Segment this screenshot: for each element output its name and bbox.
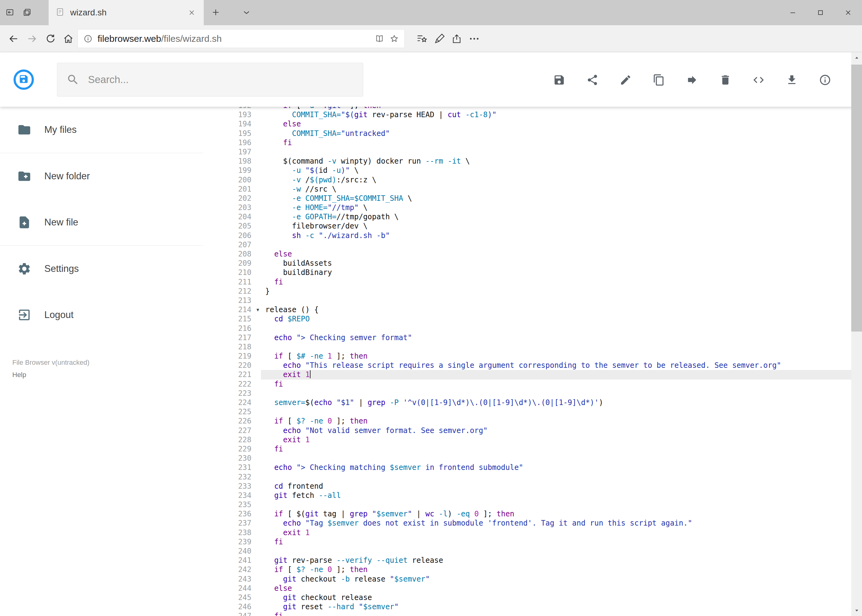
code-line[interactable]: 204 -e GOPATH=//tmp/gopath \ <box>203 212 851 222</box>
code-line[interactable]: 200 -v /$(pwd):/src:z \ <box>203 175 851 184</box>
tabs-preview-button[interactable] <box>20 5 35 20</box>
code-line[interactable]: 216 <box>203 324 851 333</box>
code-editor[interactable]: 192 if [ -d ".git" ]; then193 COMMIT_SHA… <box>203 107 851 616</box>
refresh-button[interactable] <box>44 32 57 46</box>
more-button[interactable] <box>467 32 481 46</box>
move-button[interactable] <box>686 74 698 86</box>
info-button[interactable] <box>819 74 831 86</box>
code-line[interactable]: 231 echo "> Checking matching $semver in… <box>203 463 851 472</box>
code-line[interactable]: 240 <box>203 547 851 556</box>
code-line[interactable]: 192 if [ -d ".git" ]; then <box>203 107 851 110</box>
code-line[interactable]: 203 -e HOME="//tmp" \ <box>203 203 851 212</box>
app-logo[interactable] <box>14 69 34 90</box>
browser-share-button[interactable] <box>450 32 464 46</box>
code-line[interactable]: 239 fi <box>203 537 851 547</box>
search-input[interactable] <box>88 74 354 85</box>
reading-view-icon[interactable] <box>374 33 385 44</box>
code-line[interactable]: 233 cd frontend <box>203 482 851 491</box>
page-info-icon[interactable] <box>83 33 93 44</box>
code-line[interactable]: 205 filebrowser/dev \ <box>203 222 851 231</box>
scroll-down-button[interactable] <box>851 605 862 616</box>
code-line[interactable]: 229 fi <box>203 445 851 454</box>
code-line[interactable]: 246 git reset --hard "$semver" <box>203 602 851 611</box>
code-line[interactable]: 217 echo "> Checking semver format" <box>203 333 851 342</box>
code-line[interactable]: 198 $(command -v winpty) docker run --rm… <box>203 157 851 166</box>
code-line[interactable]: 247 fi <box>203 611 851 616</box>
home-button[interactable] <box>61 32 75 46</box>
code-line[interactable]: 242 if [ $? -ne 0 ]; then <box>203 565 851 574</box>
tab-preview-toggle[interactable] <box>238 4 255 21</box>
close-button[interactable] <box>834 0 862 25</box>
code-line[interactable]: 236 if [ $(git tag | grep "$semver" | wc… <box>203 509 851 519</box>
hub-favorites-button[interactable] <box>415 32 429 46</box>
code-line[interactable]: 214▾release () { <box>203 305 851 314</box>
code-line[interactable]: 210 buildBinary <box>203 268 851 277</box>
code-line[interactable]: 206 sh -c "./wizard.sh -b" <box>203 231 851 240</box>
code-line[interactable]: 234 git fetch --all <box>203 491 851 500</box>
code-line[interactable]: 237 echo "Tag $semver does not exist in … <box>203 519 851 528</box>
set-tabs-aside-button[interactable] <box>2 5 17 20</box>
code-line[interactable]: 194 else <box>203 119 851 129</box>
download-button[interactable] <box>786 74 798 86</box>
minimize-button[interactable] <box>779 0 807 25</box>
web-note-button[interactable] <box>432 32 446 46</box>
code-line[interactable]: 199 -u "$(id -u)" \ <box>203 166 851 175</box>
code-line[interactable]: 219 if [ $# -ne 1 ]; then <box>203 352 851 361</box>
scrollbar[interactable] <box>851 52 862 616</box>
forward-button[interactable] <box>25 32 39 46</box>
share-button[interactable] <box>586 74 599 86</box>
tab-close-icon[interactable] <box>186 7 197 18</box>
sidebar-item-logout[interactable]: Logout <box>0 292 203 338</box>
code-line[interactable]: 193 COMMIT_SHA="$(git rev-parse HEAD | c… <box>203 110 851 119</box>
code-line[interactable]: 213 <box>203 296 851 305</box>
back-button[interactable] <box>7 32 20 46</box>
new-tab-button[interactable] <box>207 4 225 21</box>
code-line[interactable]: 243 git checkout -b release "$semver" <box>203 575 851 584</box>
code-line[interactable]: 222 fi <box>203 380 851 389</box>
code-line[interactable]: 211 fi <box>203 277 851 287</box>
help-link[interactable]: Help <box>12 369 90 381</box>
code-line[interactable]: 209 buildAssets <box>203 259 851 268</box>
sidebar-item-new-folder[interactable]: New folder <box>0 153 203 199</box>
code-line[interactable]: 212} <box>203 287 851 296</box>
code-line[interactable]: 223 <box>203 389 851 398</box>
code-line[interactable]: 215 cd $REPO <box>203 314 851 324</box>
code-line[interactable]: 245 git checkout release <box>203 593 851 602</box>
code-line[interactable]: 207 <box>203 240 851 250</box>
code-line[interactable]: 221 exit 1 <box>203 370 851 379</box>
favorite-star-icon[interactable] <box>389 33 399 44</box>
sidebar-item-my-files[interactable]: My files <box>0 107 203 153</box>
code-line[interactable]: 202 -e COMMIT_SHA=$COMMIT_SHA \ <box>203 194 851 203</box>
sidebar-item-new-file[interactable]: New file <box>0 199 203 245</box>
scroll-up-button[interactable] <box>851 52 862 63</box>
scrollbar-thumb[interactable] <box>851 64 862 332</box>
code-line[interactable]: 235 <box>203 500 851 509</box>
code-line[interactable]: 196 fi <box>203 138 851 147</box>
edit-button[interactable] <box>619 74 632 86</box>
maximize-button[interactable] <box>807 0 834 25</box>
code-line[interactable]: 244 else <box>203 584 851 593</box>
code-line[interactable]: 220 echo "This release script requires a… <box>203 361 851 370</box>
code-line[interactable]: 227 echo "Not valid semver format. See s… <box>203 426 851 435</box>
browser-tab[interactable]: wizard.sh <box>49 0 204 25</box>
code-line[interactable]: 228 exit 1 <box>203 435 851 445</box>
fold-marker-icon[interactable]: ▾ <box>256 305 259 314</box>
url-field[interactable]: filebrowser.web/files/wizard.sh <box>77 29 405 48</box>
code-line[interactable]: 218 <box>203 342 851 352</box>
code-line[interactable]: 201 -w //src \ <box>203 184 851 194</box>
code-line[interactable]: 241 git rev-parse --verify --quiet relea… <box>203 556 851 565</box>
code-line[interactable]: 225 <box>203 407 851 416</box>
code-line[interactable]: 226 if [ $? -ne 0 ]; then <box>203 416 851 426</box>
code-line[interactable]: 238 exit 1 <box>203 528 851 537</box>
search-box[interactable] <box>57 63 363 97</box>
copy-button[interactable] <box>653 74 665 86</box>
code-line[interactable]: 197 <box>203 147 851 157</box>
code-line[interactable]: 232 <box>203 472 851 482</box>
code-line[interactable]: 195 COMMIT_SHA="untracked" <box>203 129 851 138</box>
save-button[interactable] <box>553 74 565 86</box>
code-line[interactable]: 224 semver=$(echo "$1" | grep -P '^v(0|[… <box>203 398 851 407</box>
delete-button[interactable] <box>719 74 731 86</box>
code-line[interactable]: 230 <box>203 454 851 463</box>
code-button[interactable] <box>752 74 765 86</box>
sidebar-item-settings[interactable]: Settings <box>0 246 203 292</box>
